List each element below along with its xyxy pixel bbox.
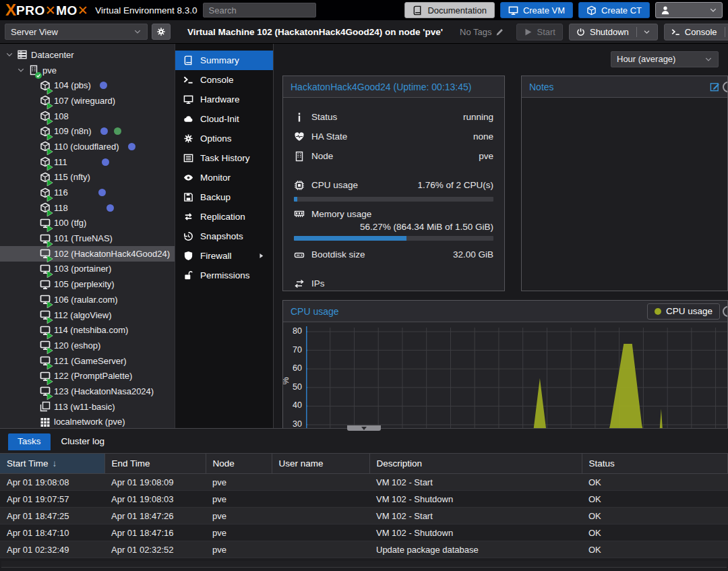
tree-item[interactable]: 113 (w11-basic) xyxy=(0,399,175,415)
clipped-circle-icon xyxy=(723,82,728,92)
column-header-start-time[interactable]: Start Time↓ xyxy=(0,454,104,474)
display-icon xyxy=(183,94,193,104)
nav-item-monitor[interactable]: Monitor xyxy=(175,168,273,187)
info-icon xyxy=(294,112,305,123)
tree-item[interactable]: 118 xyxy=(0,200,175,216)
tree-item[interactable]: 100 (tfg) xyxy=(0,216,175,231)
chevron-down-icon[interactable] xyxy=(17,66,25,74)
tree-item[interactable]: 101 (TrueNAS) xyxy=(0,231,175,246)
y-tick-label: 70 xyxy=(283,345,302,355)
notes-content[interactable] xyxy=(522,98,727,291)
time-range-selector[interactable]: Hour (average) xyxy=(611,51,719,67)
page-title: Virtual Machine 102 (HackatonHack4Good24… xyxy=(187,27,443,37)
documentation-button[interactable]: Documentation xyxy=(404,2,494,18)
chevron-down-icon[interactable] xyxy=(5,51,13,59)
nav-item-cloud-init[interactable]: Cloud-Init xyxy=(175,109,273,129)
nav-item-replication[interactable]: Replication xyxy=(175,207,273,227)
edit-notes-icon[interactable] xyxy=(710,82,720,92)
tree-item[interactable]: 104 (pbs) xyxy=(0,78,175,93)
tree-item[interactable]: 110 (cloudflared) xyxy=(0,139,175,154)
table-row[interactable]: Apr 01 19:07:57Apr 01 19:08:03pveVM 102 … xyxy=(0,491,728,508)
tree-item[interactable]: 114 (netshiba.com) xyxy=(0,322,175,338)
tags-editor[interactable]: No Tags xyxy=(460,27,504,37)
tree-item[interactable]: 121 (GameServer) xyxy=(0,353,175,369)
running-badge-icon xyxy=(47,239,53,246)
create-vm-button[interactable]: Create VM xyxy=(500,2,573,18)
table-row[interactable]: Apr 01 18:47:10Apr 01 18:47:16pveVM 102 … xyxy=(0,524,728,541)
nav-item-summary[interactable]: Summary xyxy=(175,51,273,70)
start-button[interactable]: Start xyxy=(516,24,563,40)
tree-item[interactable]: 120 (eshop) xyxy=(0,338,175,353)
running-badge-icon xyxy=(47,224,53,231)
tree-item[interactable]: 115 (nfty) xyxy=(0,170,175,185)
submenu-arrow-icon xyxy=(257,252,265,260)
nav-item-firewall[interactable]: Firewall xyxy=(175,246,273,266)
online-check-icon xyxy=(35,71,42,78)
table-row[interactable]: Apr 01 02:32:49Apr 01 02:32:52pveUpdate … xyxy=(0,541,728,558)
tree-item[interactable]: 103 (portainer) xyxy=(0,262,175,277)
proxmox-logo[interactable]: X PRO✕MO✕ xyxy=(5,3,88,18)
search-input[interactable] xyxy=(203,3,316,18)
tree-item[interactable]: localnetwork (pve) xyxy=(0,415,175,429)
status-panel: HackatonHack4Good24 (Uptime: 00:13:45) S… xyxy=(282,76,505,291)
running-badge-icon xyxy=(47,147,53,154)
lxc-icon xyxy=(40,141,51,152)
nav-item-permissions[interactable]: Permissions xyxy=(175,266,273,285)
chart-legend[interactable]: CPU usage xyxy=(647,303,720,320)
cpu-icon xyxy=(294,180,305,191)
cube-icon xyxy=(586,5,597,16)
column-header-node[interactable]: Node xyxy=(206,454,272,474)
status-panel-title: HackatonHack4Good24 (Uptime: 00:13:45) xyxy=(291,82,471,92)
clipped-circle-icon xyxy=(723,306,728,317)
node-icon xyxy=(28,65,39,76)
nav-item-task-history[interactable]: Task History xyxy=(175,148,273,168)
tree-item[interactable]: 107 (wireguard) xyxy=(0,93,175,109)
user-icon xyxy=(661,5,670,15)
chevron-down-icon xyxy=(709,6,717,14)
column-header-end-time[interactable]: End Time xyxy=(104,454,206,474)
tree-item[interactable]: 109 (n8n) xyxy=(0,123,175,139)
view-settings-button[interactable] xyxy=(152,24,171,40)
table-row[interactable]: Apr 01 19:08:08Apr 01 19:08:09pveVM 102 … xyxy=(0,474,728,491)
power-icon xyxy=(576,28,585,36)
column-header-description[interactable]: Description xyxy=(369,454,582,474)
nav-item-hardware[interactable]: Hardware xyxy=(175,90,273,109)
console-button[interactable]: Console xyxy=(664,24,728,40)
lxc-icon xyxy=(40,172,51,183)
cloud-icon xyxy=(183,114,193,124)
tree-item[interactable]: Datacenter xyxy=(0,47,175,63)
tree-item[interactable]: 112 (algoView) xyxy=(0,307,175,323)
panel-splitter-handle[interactable] xyxy=(347,425,381,431)
tree-item[interactable]: 105 (perplexity) xyxy=(0,276,175,292)
column-header-status[interactable]: Status xyxy=(582,454,728,474)
tree-item[interactable]: pve xyxy=(0,63,175,78)
nav-item-backup[interactable]: Backup xyxy=(175,187,273,207)
running-badge-icon xyxy=(47,361,53,368)
column-header-user-name[interactable]: User name xyxy=(272,454,369,474)
user-menu-dropdown[interactable] xyxy=(655,2,723,18)
tab-cluster-log[interactable]: Cluster log xyxy=(52,433,115,450)
tag-dot xyxy=(100,127,108,135)
tree-item[interactable]: 122 (PromptPalette) xyxy=(0,368,175,384)
nav-item-snapshots[interactable]: Snapshots xyxy=(175,227,273,246)
list-icon xyxy=(183,153,193,163)
tree-item[interactable]: 123 (HackatonNasa2024) xyxy=(0,384,175,399)
shutdown-button[interactable]: Shutdown xyxy=(569,24,658,40)
tasks-panel: TasksCluster log Start Time↓End TimeNode… xyxy=(0,428,728,571)
tree-item[interactable]: 116 xyxy=(0,185,175,200)
cpu-usage-chart-panel: CPU usage CPU usage 807060504030% xyxy=(282,300,728,428)
tree-item[interactable]: 102 (HackatonHack4Good24) xyxy=(0,246,175,262)
nav-item-options[interactable]: Options xyxy=(175,129,273,148)
memory-icon xyxy=(294,208,305,219)
table-row[interactable]: Apr 01 18:47:25Apr 01 18:47:26pveVM 102 … xyxy=(0,508,728,524)
nav-item-console[interactable]: Console xyxy=(175,70,273,90)
tree-item[interactable]: 106 (raular.com) xyxy=(0,292,175,307)
tree-item[interactable]: 108 xyxy=(0,109,175,124)
tab-tasks[interactable]: Tasks xyxy=(8,433,51,450)
proxmox-logo-mark: X xyxy=(5,3,15,18)
view-selector[interactable]: Server View xyxy=(5,24,148,40)
create-ct-button[interactable]: Create CT xyxy=(578,2,650,18)
tree-item[interactable]: 111 xyxy=(0,154,175,170)
tasks-table: Start Time↓End TimeNodeUser nameDescript… xyxy=(0,453,728,558)
vm-icon xyxy=(40,279,51,290)
